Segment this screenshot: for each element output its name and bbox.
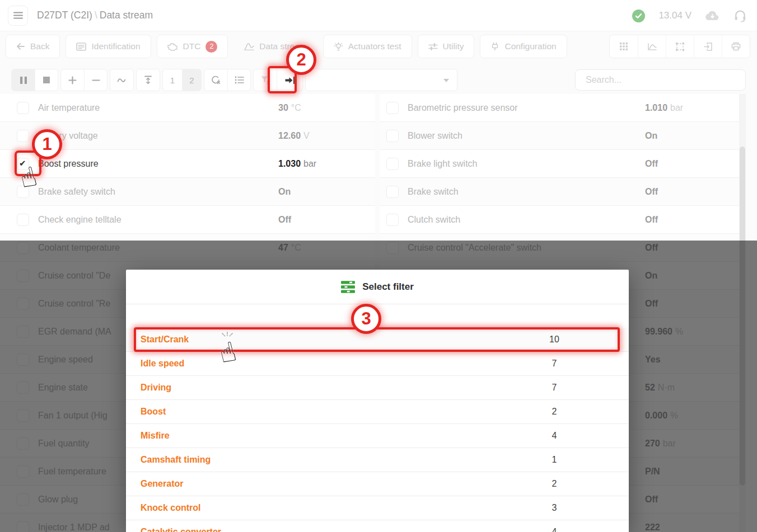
tab-actuators-test[interactable]: Actuators test xyxy=(323,35,412,58)
filter-item-label: Knock control xyxy=(141,503,201,513)
wave-icon xyxy=(117,78,127,83)
grid-view-button[interactable] xyxy=(610,35,638,58)
filter-item-count: 1 xyxy=(543,455,566,465)
print-button[interactable] xyxy=(722,35,750,58)
filter-list-item[interactable]: Camshaft timing 1 xyxy=(126,448,629,472)
breadcrumb: D27DT (C2I)\Data stream xyxy=(37,10,153,21)
parameter-value-number: 1.030 xyxy=(278,159,301,168)
parameter-checkbox[interactable] xyxy=(386,186,399,198)
parameter-value-number: On xyxy=(278,187,291,196)
parameter-label: Barometric pressure sensor xyxy=(408,103,518,113)
parameter-checkbox[interactable] xyxy=(386,130,399,142)
parameter-row[interactable]: Blower switch On xyxy=(380,122,746,150)
actuators-lamp-icon xyxy=(334,42,343,51)
view-actions-group xyxy=(609,35,750,58)
search-input[interactable] xyxy=(575,69,746,91)
chart-view-button[interactable] xyxy=(638,35,666,58)
wave-group xyxy=(110,69,134,91)
filter-item-label: Generator xyxy=(141,479,183,489)
cloud-download-icon[interactable] xyxy=(705,10,720,21)
hamburger-menu-button[interactable] xyxy=(8,6,28,26)
tab-utility[interactable]: Utility xyxy=(418,35,475,58)
filter-list-item[interactable]: Misfire 4 xyxy=(126,424,629,448)
step-2-marker: 2 xyxy=(286,45,316,75)
tab-configuration[interactable]: Configuration xyxy=(480,35,567,58)
minus-button[interactable] xyxy=(84,69,107,91)
step-1-marker: 1 xyxy=(32,129,62,159)
parameter-row[interactable]: Clutch switch Off xyxy=(380,206,746,234)
parameter-checkbox[interactable] xyxy=(17,102,29,114)
reset-values-button[interactable] xyxy=(204,69,227,91)
parameter-value: 30°C xyxy=(278,103,301,113)
page-2-button[interactable]: 2 xyxy=(182,69,201,91)
parameter-checkbox[interactable] xyxy=(386,102,399,114)
tab-back[interactable]: Back xyxy=(6,35,60,58)
tab-actuators-test-label: Actuators test xyxy=(348,41,401,51)
stop-button[interactable] xyxy=(35,69,58,91)
parameter-value-number: Off xyxy=(645,159,658,168)
select-filter-modal-header: Select filter xyxy=(126,270,629,304)
diagnostic-app-window: D27DT (C2I)\Data stream 13.04 V xyxy=(0,0,757,532)
breadcrumb-separator: \ xyxy=(92,10,100,21)
filter-item-count: 4 xyxy=(543,527,566,532)
parameter-checkbox[interactable] xyxy=(17,214,29,226)
pause-button[interactable] xyxy=(12,69,35,91)
filter-list-item[interactable]: Knock control 3 xyxy=(126,496,629,520)
parameter-checkbox[interactable] xyxy=(386,158,399,170)
parameter-value: Off xyxy=(645,215,661,225)
filter-list-item[interactable]: Generator 2 xyxy=(126,472,629,496)
wave-mode-button[interactable] xyxy=(110,69,133,91)
engine-dtc-icon xyxy=(167,43,178,51)
frame-capture-button[interactable] xyxy=(666,35,694,58)
filter-item-label: Catalytic converter xyxy=(141,527,221,532)
plus-icon xyxy=(68,76,77,84)
page-group: 1 2 xyxy=(162,69,202,91)
filter-list-item[interactable]: Idle speed 7 xyxy=(126,352,629,376)
playback-group xyxy=(11,69,58,91)
parameter-value-number: Off xyxy=(645,215,658,224)
filter-list-item[interactable]: Boost 2 xyxy=(126,400,629,424)
zoom-group xyxy=(60,69,108,91)
step-3-marker: 3 xyxy=(351,304,381,334)
list-view-button[interactable] xyxy=(227,69,250,91)
tab-dtc[interactable]: DTC 2 xyxy=(157,35,228,58)
parameter-label: Brake safety switch xyxy=(38,187,115,197)
grid-icon xyxy=(619,42,628,51)
parameter-row[interactable]: Check engine telltale Off xyxy=(0,206,375,234)
parameter-row[interactable]: Air temperature 30°C xyxy=(0,94,375,122)
breadcrumb-page: Data stream xyxy=(100,10,153,21)
bullet-list-icon xyxy=(235,76,244,84)
export-button[interactable] xyxy=(694,35,722,58)
parameter-value-number: 1.010 xyxy=(645,103,667,112)
tab-identification-label: Identification xyxy=(91,41,140,51)
line-chart-icon xyxy=(647,43,657,51)
parameter-value: Off xyxy=(645,159,661,169)
filter-list-item[interactable]: Driving 7 xyxy=(126,376,629,400)
printer-icon xyxy=(731,42,741,51)
headset-support-icon[interactable] xyxy=(733,9,747,22)
tab-back-label: Back xyxy=(30,41,49,51)
parameter-value-number: Off xyxy=(645,187,658,196)
page-1-button[interactable]: 1 xyxy=(163,69,182,91)
parameter-value-unit: °C xyxy=(291,103,301,112)
parameter-label: Air temperature xyxy=(38,103,100,113)
parameter-row[interactable]: Barometric pressure sensor 1.010bar xyxy=(380,94,746,122)
parameter-row[interactable]: Brake light switch Off xyxy=(380,150,746,178)
tab-identification[interactable]: Identification xyxy=(66,35,151,58)
chevron-down-icon xyxy=(443,79,449,82)
fit-height-button[interactable] xyxy=(137,69,160,91)
step-1-number: 1 xyxy=(42,134,52,154)
parameter-checkbox[interactable] xyxy=(17,130,29,142)
plus-button[interactable] xyxy=(61,69,84,91)
parameter-value-unit: bar xyxy=(303,159,316,168)
filter-select-dropdown[interactable] xyxy=(305,69,457,91)
dtc-count-badge: 2 xyxy=(205,41,217,53)
parameter-value-unit: V xyxy=(303,131,310,140)
identification-icon xyxy=(76,43,86,51)
filter-list-item[interactable]: Catalytic converter 4 xyxy=(126,520,629,532)
parameter-row[interactable]: Brake safety switch On xyxy=(0,178,375,206)
parameter-label: Blower switch xyxy=(408,131,462,141)
parameter-checkbox[interactable] xyxy=(386,214,399,226)
filter-item-label: Idle speed xyxy=(141,359,184,369)
parameter-row[interactable]: Brake switch Off xyxy=(380,178,746,206)
